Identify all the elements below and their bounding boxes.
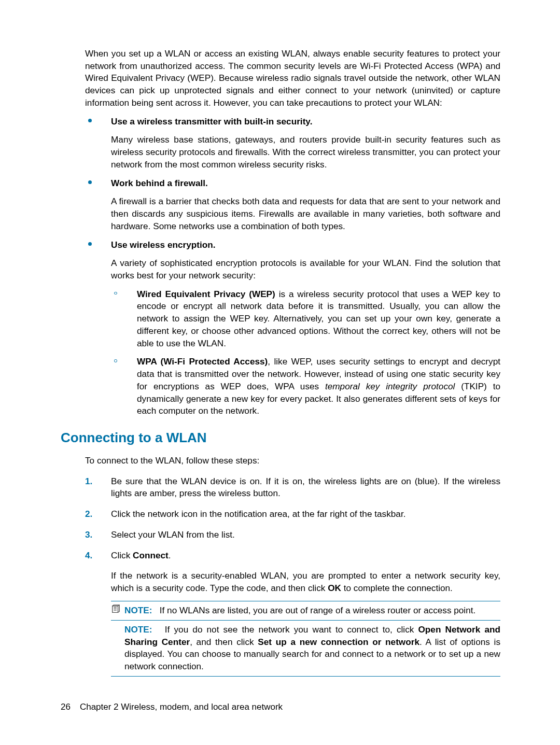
bullet-heading: Use a wireless transmitter with built-in… — [111, 116, 500, 128]
step-text: to complete the connection. — [341, 583, 453, 593]
note-body: If no WLANs are listed, you are out of r… — [160, 605, 476, 615]
section-heading-connecting: Connecting to a WLAN — [61, 429, 500, 447]
step-bold: OK — [328, 583, 341, 593]
page-footer: 26Chapter 2 Wireless, modem, and local a… — [61, 701, 283, 713]
note-2: NOTE: If you do not see the network you … — [111, 621, 500, 676]
sub-lead: WPA (Wi-Fi Protected Access) — [137, 356, 268, 367]
step-text: Click — [111, 550, 133, 560]
precautions-list: Use a wireless transmitter with built-in… — [85, 116, 500, 417]
bullet-body: A variety of sophisticated encryption pr… — [111, 257, 500, 282]
steps-list: Be sure that the WLAN device is on. If i… — [85, 475, 500, 595]
step-bold: Connect — [133, 550, 169, 560]
step-4-sub: If the network is a security-enabled WLA… — [111, 570, 500, 594]
note-body: If you do not see the network you want t… — [165, 624, 418, 635]
sub-emph: temporal key integrity protocol — [325, 381, 455, 391]
bullet-body: A firewall is a barrier that checks both… — [111, 195, 500, 232]
step-text: . — [169, 550, 171, 560]
note-divider — [111, 676, 500, 677]
step-3: Select your WLAN from the list. — [85, 529, 500, 541]
note-text: NOTE: If no WLANs are listed, you are ou… — [124, 605, 500, 617]
step-1: Be sure that the WLAN device is on. If i… — [85, 475, 500, 500]
sub-wpa: WPA (Wi-Fi Protected Access), like WEP, … — [111, 356, 500, 417]
bullet-firewall: Work behind a firewall. A firewall is a … — [85, 177, 500, 233]
intro-paragraph: When you set up a WLAN or access an exis… — [85, 48, 500, 109]
step-2: Click the network icon in the notificati… — [85, 508, 500, 521]
encryption-sublist: Wired Equivalent Privacy (WEP) is a wire… — [111, 288, 500, 417]
bullet-body: Many wireless base stations, gateways, a… — [111, 134, 500, 171]
note-label: NOTE: — [124, 605, 152, 615]
page-number: 26 — [61, 702, 71, 712]
bullet-heading: Work behind a firewall. — [111, 177, 500, 190]
bullet-heading: Use wireless encryption. — [111, 239, 500, 251]
sub-lead: Wired Equivalent Privacy (WEP) — [137, 289, 275, 299]
chapter-label: Chapter 2 Wireless, modem, and local are… — [80, 702, 283, 712]
note-text: NOTE: If you do not see the network you … — [124, 624, 500, 673]
section-intro: To connect to the WLAN, follow these ste… — [85, 455, 500, 467]
sub-wep: Wired Equivalent Privacy (WEP) is a wire… — [111, 288, 500, 350]
step-4: Click Connect. If the network is a secur… — [85, 550, 500, 595]
note-block: NOTE: If no WLANs are listed, you are ou… — [111, 601, 500, 677]
note-1: NOTE: If no WLANs are listed, you are ou… — [111, 601, 500, 620]
page: When you set up a WLAN or access an exis… — [0, 0, 560, 745]
bullet-encryption: Use wireless encryption. A variety of so… — [85, 239, 500, 418]
note-icon — [111, 605, 122, 617]
note-bold: Set up a new connection or network — [258, 637, 419, 647]
bullet-transmitter: Use a wireless transmitter with built-in… — [85, 116, 500, 171]
note-label: NOTE: — [124, 624, 152, 635]
note-body: , and then click — [190, 637, 258, 647]
